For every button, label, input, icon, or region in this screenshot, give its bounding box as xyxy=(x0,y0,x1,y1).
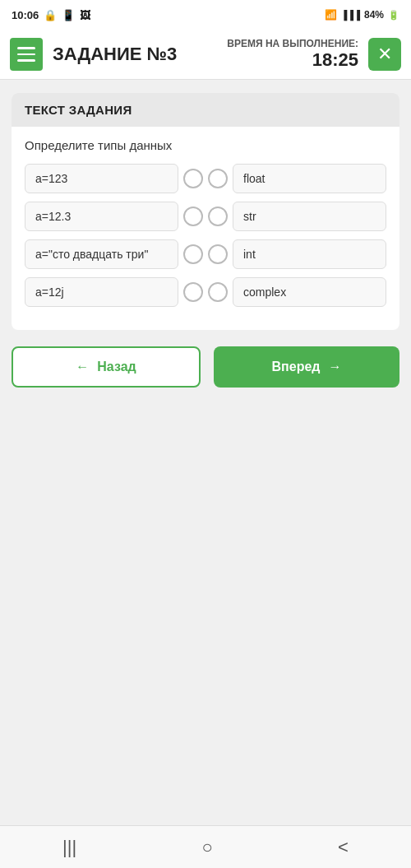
timer-label: ВРЕМЯ НА ВЫПОЛНЕНИЕ: xyxy=(227,38,358,49)
wifi-icon: 📶 xyxy=(325,9,337,21)
header-title: ЗАДАНИЕ №3 xyxy=(53,44,217,64)
radio-left-2[interactable] xyxy=(183,244,203,264)
radio-right-1[interactable] xyxy=(208,207,228,226)
match-left-2: a="сто двадцать три" xyxy=(25,239,178,269)
bottom-menu-button[interactable]: ||| xyxy=(46,830,93,865)
nav-buttons: ← Назад Вперед → xyxy=(12,346,399,388)
bottom-back-icon: < xyxy=(338,837,349,857)
bottom-home-icon: ○ xyxy=(201,837,212,857)
match-left-1: a=12.3 xyxy=(25,202,178,231)
signal-icon: ▐▐▐ xyxy=(341,10,360,20)
task-card-header: ТЕКСТ ЗАДАНИЯ xyxy=(12,93,399,127)
status-right: 📶 ▐▐▐ 84% 🔋 xyxy=(325,9,399,21)
match-rows: a=123floata=12.3stra="сто двадцать три"i… xyxy=(25,164,386,307)
match-left-0: a=123 xyxy=(25,164,178,193)
radio-right-0[interactable] xyxy=(208,169,228,188)
phone-icon: 📱 xyxy=(62,9,75,21)
close-icon: ✕ xyxy=(377,44,392,65)
status-bar: 10:06 🔒 📱 🖼 📶 ▐▐▐ 84% 🔋 xyxy=(0,0,411,30)
back-button[interactable]: ← Назад xyxy=(12,346,201,388)
forward-button[interactable]: Вперед → xyxy=(214,346,399,388)
match-row: a=123float xyxy=(25,164,386,193)
radio-left-3[interactable] xyxy=(183,282,203,302)
menu-line xyxy=(17,47,35,49)
battery-percent: 84% xyxy=(364,9,384,21)
main-content: ТЕКСТ ЗАДАНИЯ Определите типы данных a=1… xyxy=(0,80,411,401)
task-card-body: Определите типы данных a=123floata=12.3s… xyxy=(12,127,399,330)
task-instruction: Определите типы данных xyxy=(25,138,386,152)
task-card: ТЕКСТ ЗАДАНИЯ Определите типы данных a=1… xyxy=(12,93,399,330)
bottom-back-button[interactable]: < xyxy=(321,830,365,865)
match-row: a=12.3str xyxy=(25,202,386,231)
task-label: ЗАДАНИЕ №3 xyxy=(53,44,217,64)
header-timer: ВРЕМЯ НА ВЫПОЛНЕНИЕ: 18:25 xyxy=(227,38,358,71)
match-row: a=12jcomplex xyxy=(25,277,386,307)
forward-arrow-icon: → xyxy=(328,360,341,374)
lock-icon: 🔒 xyxy=(44,9,57,21)
close-button[interactable]: ✕ xyxy=(368,38,401,71)
image-icon: 🖼 xyxy=(80,9,90,21)
radio-left-0[interactable] xyxy=(183,169,203,188)
radio-left-1[interactable] xyxy=(183,207,203,226)
match-right-0: float xyxy=(233,164,386,193)
header: ЗАДАНИЕ №3 ВРЕМЯ НА ВЫПОЛНЕНИЕ: 18:25 ✕ xyxy=(0,30,411,80)
match-right-3: complex xyxy=(233,277,386,307)
timer-value: 18:25 xyxy=(227,49,358,71)
bottom-nav: ||| ○ < xyxy=(0,825,411,868)
battery-icon: 🔋 xyxy=(388,10,399,21)
forward-label: Вперед xyxy=(272,360,321,374)
status-left: 10:06 🔒 📱 🖼 xyxy=(12,9,90,21)
radio-right-3[interactable] xyxy=(208,282,228,302)
menu-line xyxy=(17,53,35,56)
match-right-2: int xyxy=(233,239,386,269)
bottom-home-button[interactable]: ○ xyxy=(185,830,229,865)
status-time: 10:06 xyxy=(12,9,39,21)
match-right-1: str xyxy=(233,202,386,231)
match-left-3: a=12j xyxy=(25,277,178,307)
menu-line xyxy=(17,59,35,62)
radio-right-2[interactable] xyxy=(208,244,228,264)
back-label: Назад xyxy=(97,360,136,374)
match-row: a="сто двадцать три"int xyxy=(25,239,386,269)
bottom-menu-icon: ||| xyxy=(62,837,76,857)
menu-button[interactable] xyxy=(10,38,43,71)
back-arrow-icon: ← xyxy=(76,360,89,374)
